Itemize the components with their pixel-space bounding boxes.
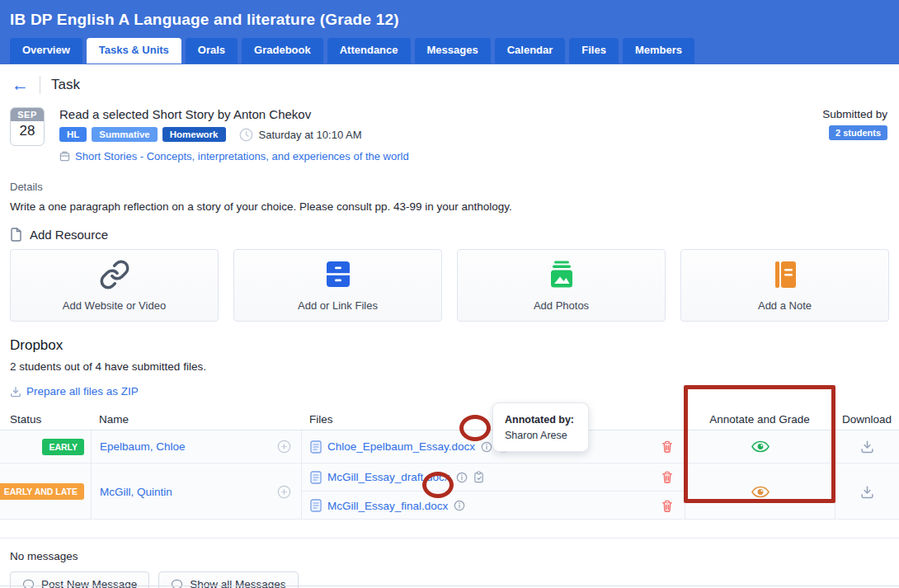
plus-circle-icon[interactable] [277,440,291,454]
link-icon [99,259,130,293]
file-link[interactable]: McGill_Essay_draft.docx [327,471,450,483]
tooltip-title: Annotated by: [505,412,588,428]
download-file-icon[interactable] [860,440,874,454]
no-messages-text: No messages [10,550,889,562]
add-website-video-card[interactable]: Add Website or Video [10,249,219,322]
status-badge-early-and-late: EARLY AND LATE [0,483,84,500]
resource-card-label: Add or Link Files [298,299,378,312]
info-icon[interactable] [481,441,492,453]
file-line: McGill_Essay_draft.docx [302,463,685,492]
file-line: McGill_Essay_final.docx [302,492,685,520]
submitted-by-label: Submitted by [822,108,887,120]
back-arrow-icon[interactable]: ← [12,77,29,93]
annotate-cell [685,430,835,463]
status-cell: EARLY AND LATE [0,463,91,520]
files-cell: McGill_Essay_draft.docx McGill_Essay_fin… [301,463,685,520]
badge-hl: HL [59,127,87,142]
annotation-clipboard-icon[interactable] [473,471,484,483]
dropbox-table-header: Status Name Files Annotate and Grade Dow… [0,408,899,430]
course-title: IB DP English A Language and literature … [10,11,889,29]
name-cell: McGill, Quintin [91,463,301,520]
add-or-link-files-card[interactable]: Add or Link Files [233,249,442,322]
annotate-eye-icon[interactable] [751,440,770,453]
badge-summative: Summative [92,127,157,142]
download-file-icon[interactable] [860,485,874,499]
tooltip-annotator-name: Sharon Arese [505,428,588,444]
student-name-link[interactable]: McGill, Quintin [100,486,172,498]
table-row-epelbaum: EARLY Epelbaum, Chloe Chloe_Epelbaum_Ess… [0,430,899,463]
submitted-count-badge[interactable]: 2 students [829,125,887,140]
file-doc-icon [310,499,322,512]
tab-overview[interactable]: Overview [10,38,82,64]
unit-icon [59,151,70,162]
details-text: Write a one paragraph reflection on a st… [10,200,889,213]
column-header-annotate: Annotate and Grade [685,413,835,426]
due-date-badge: SEP 28 [10,107,45,146]
task-breadcrumb-bar: ← Task [12,75,899,95]
info-icon[interactable] [454,500,465,511]
page-title: Task [51,77,80,93]
file-cabinet-icon [322,259,354,293]
column-header-status: Status [0,413,91,426]
course-header: IB DP English A Language and literature … [0,0,899,64]
file-doc-icon [310,440,322,454]
resource-card-label: Add Website or Video [63,299,166,312]
note-icon [771,259,799,293]
add-a-note-card[interactable]: Add a Note [680,249,889,322]
dropbox-title: Dropbox [10,337,889,354]
file-link[interactable]: Chloe_Epelbaum_Essay.docx [327,440,475,453]
course-tabs: Overview Tasks & Units Orals Gradebook A… [10,38,889,64]
speech-bubble-icon [22,579,35,588]
details-label: Details [10,181,889,193]
tab-messages[interactable]: Messages [415,38,491,64]
table-row-mcgill: EARLY AND LATE McGill, Quintin McGill_Es… [0,463,899,520]
trash-icon[interactable] [661,500,673,512]
column-header-name: Name [91,413,301,426]
tab-attendance[interactable]: Attendance [327,38,411,64]
name-cell: Epelbaum, Chloe [91,430,301,463]
trash-icon[interactable] [661,471,673,483]
annotation-tooltip: Annotated by: Sharon Arese [492,402,589,452]
annotate-cell [685,463,835,520]
trash-icon[interactable] [661,440,673,453]
dropbox-table: Status Name Files Annotate and Grade Dow… [0,408,899,520]
tab-gradebook[interactable]: Gradebook [242,38,323,64]
add-resource-label: Add Resource [30,228,108,242]
info-icon[interactable] [456,472,468,483]
task-title: Read a selected Short Story by Anton Che… [59,107,822,121]
download-cell [835,463,899,520]
file-link[interactable]: McGill_Essay_final.docx [327,500,448,512]
tab-calendar[interactable]: Calendar [495,38,566,64]
download-icon [10,386,21,397]
task-summary: SEP 28 Read a selected Short Story by An… [10,107,887,162]
dropbox-summary: 2 students out of 4 have submitted files… [10,360,889,373]
tab-orals[interactable]: Orals [186,38,238,64]
resource-cards: Add Website or Video Add or Link Files A… [10,249,889,322]
tab-tasks-units[interactable]: Tasks & Units [87,38,181,64]
tab-members[interactable]: Members [623,38,694,64]
prepare-zip-link[interactable]: Prepare all files as ZIP [10,385,889,397]
add-photos-card[interactable]: Add Photos [457,249,666,322]
divider [40,76,40,94]
file-doc-icon [310,471,322,484]
clock-icon [239,128,253,142]
column-header-download: Download [835,413,899,426]
annotate-eye-icon[interactable] [751,486,770,498]
speech-bubble-icon [171,579,183,588]
due-date-month: SEP [11,108,44,121]
document-icon [10,228,22,242]
status-cell: EARLY [0,430,91,463]
due-time: Saturday at 10:10 AM [259,129,362,141]
resource-card-label: Add Photos [534,299,589,312]
unit-link[interactable]: Short Stories - Concepts, interpretation… [75,150,409,162]
download-cell [835,430,899,463]
due-date-day: 28 [11,121,44,142]
student-name-link[interactable]: Epelbaum, Chloe [100,440,186,453]
photos-icon [546,259,577,293]
tab-files[interactable]: Files [569,38,619,64]
task-badges: HL Summative Homework Saturday at 10:10 … [59,127,822,142]
badge-homework: Homework [162,127,226,142]
details-section: Details Write a one paragraph reflection… [10,181,889,213]
divider [0,538,899,539]
plus-circle-icon[interactable] [277,485,291,499]
